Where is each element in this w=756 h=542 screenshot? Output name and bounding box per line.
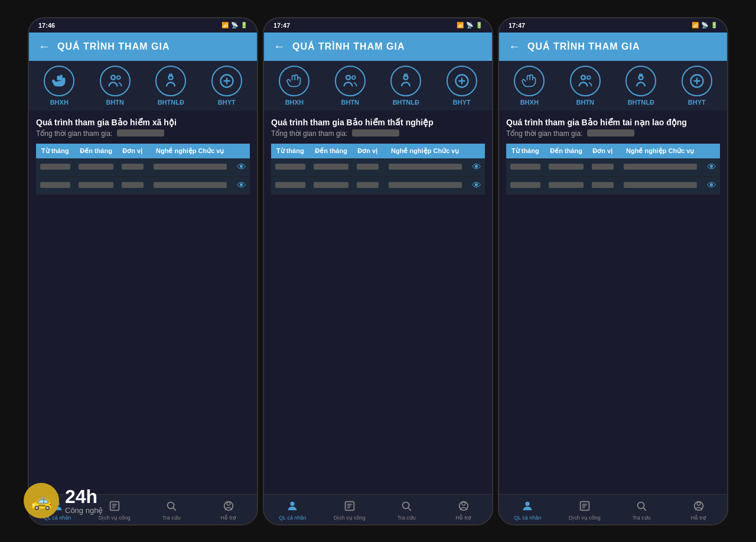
cell-profession-1-1 [147, 158, 233, 177]
cell-eye-2-1[interactable]: 👁 [468, 158, 485, 177]
tab-bhyt-1[interactable]: BHYT [199, 66, 255, 106]
cell-to-1-1 [74, 158, 118, 177]
nav-ho-tro-2[interactable]: Hỗ trợ [435, 498, 493, 521]
nav-label-dvc-3: Dịch vụ công [569, 515, 601, 521]
tab-bar-1: BHXH BHTN [29, 61, 257, 111]
col-from-2: Từ tháng [271, 144, 309, 158]
content-1: Quá trình tham gia Bảo hiểm xã hội Tổng … [29, 111, 257, 494]
col-profession-2: Nghề nghiệp Chức vụ [382, 144, 468, 158]
status-icons-1: 📶 📡 🔋 [221, 22, 247, 28]
col-unit-2: Đơn vị [353, 144, 382, 158]
nav-icon-service-2 [342, 498, 357, 514]
battery-icon-3: 🔋 [711, 22, 718, 28]
wifi-icon: 📡 [231, 22, 238, 28]
section-subtitle-1: Tổng thời gian tham gia: [36, 129, 250, 138]
tab-bhyt-2[interactable]: BHYT [434, 66, 490, 106]
data-table-3: Từ tháng Đến tháng Đơn vị Nghề nghiệp Ch… [506, 144, 720, 195]
tab-label-bhtnld-1: BHTNLĐ [158, 99, 184, 106]
col-from-3: Từ tháng [506, 144, 545, 158]
signal-icon-2: 📶 [457, 22, 464, 28]
svg-point-10 [346, 75, 350, 79]
section-subtitle-2: Tổng thời gian tham gia: [271, 129, 485, 138]
nav-icon-search-3 [634, 498, 649, 514]
status-bar-1: 17:46 📶 📡 🔋 [29, 18, 257, 33]
tab-icon-bhyt-2 [447, 66, 477, 96]
cell-profession-2-1 [382, 158, 468, 177]
svg-point-17 [403, 502, 409, 508]
eye-icon-2-2[interactable]: 👁 [472, 180, 481, 190]
header-2: ← QUÁ TRÌNH THAM GIA [264, 33, 492, 61]
worker-icon-3 [633, 73, 649, 89]
tab-label-bhxh-3: BHXH [520, 99, 539, 106]
svg-point-29 [697, 502, 700, 505]
tab-label-bhxh-2: BHXH [285, 99, 304, 106]
nav-icon-support-1 [221, 498, 236, 514]
worker-icon-1 [162, 73, 179, 89]
eye-icon-1-1[interactable]: 👁 [237, 162, 246, 172]
tab-label-bhyt-2: BHYT [453, 99, 471, 106]
nav-label-hotro-2: Hỗ trợ [456, 515, 472, 521]
nav-ql-ca-nhan-2[interactable]: QL cá nhân [264, 498, 321, 521]
tab-bhtnld-3[interactable]: BHTNLĐ [613, 66, 669, 106]
eye-icon-2-1[interactable]: 👁 [472, 162, 481, 172]
col-action-2 [468, 144, 485, 158]
tab-bhyt-3[interactable]: BHYT [669, 66, 725, 106]
hand-icon-2 [286, 73, 302, 89]
nav-ho-tro-1[interactable]: Hỗ trợ [200, 498, 258, 521]
tab-bhtn-1[interactable]: BHTN [87, 66, 144, 106]
nav-dich-vu-cong-3[interactable]: Dịch vụ công [556, 498, 614, 521]
col-unit-1: Đơn vị [118, 144, 147, 158]
status-icons-2: 📶 📡 🔋 [457, 22, 483, 28]
nav-tra-cuu-1[interactable]: Tra cứu [143, 498, 200, 521]
tab-bhxh-1[interactable]: BHXH [31, 66, 87, 106]
eye-icon-1-2[interactable]: 👁 [237, 180, 246, 190]
eye-icon-3-1[interactable]: 👁 [707, 162, 716, 172]
tab-icon-bhtnld-3 [625, 66, 656, 96]
cell-eye-1-2[interactable]: 👁 [233, 176, 250, 194]
back-button-2[interactable]: ← [273, 40, 285, 53]
header-1: ← QUÁ TRÌNH THAM GIA [29, 33, 257, 61]
cell-unit-1-2 [118, 176, 147, 194]
signal-icon: 📶 [221, 22, 229, 28]
cell-eye-3-2[interactable]: 👁 [703, 176, 720, 194]
col-from-1: Từ tháng [36, 144, 74, 158]
tab-label-bhyt-3: BHYT [688, 99, 706, 106]
nav-ql-ca-nhan-3[interactable]: QL cá nhân [499, 498, 556, 521]
back-button-3[interactable]: ← [509, 40, 520, 53]
table-row: 👁 [506, 158, 720, 177]
nav-dich-vu-cong-2[interactable]: Dịch vụ công [321, 498, 379, 521]
tab-bhtn-2[interactable]: BHTN [322, 66, 379, 106]
cell-eye-1-1[interactable]: 👁 [233, 158, 250, 177]
nav-label-tracuu-2: Tra cứu [397, 515, 416, 521]
tab-bhtn-3[interactable]: BHTN [558, 66, 614, 106]
group-icon-2 [342, 73, 359, 89]
tab-bhxh-3[interactable]: BHXH [501, 66, 558, 106]
tab-bhxh-2[interactable]: BHXH [266, 66, 322, 106]
cell-eye-2-2[interactable]: 👁 [468, 176, 485, 194]
eye-icon-3-2[interactable]: 👁 [707, 180, 716, 190]
cell-to-3-2 [545, 176, 588, 194]
hand-icon-1 [51, 73, 67, 89]
nav-icon-support-3 [691, 498, 706, 514]
watermark-text: 24h Công nghệ [65, 487, 103, 515]
tab-bhtnld-1[interactable]: BHTNLĐ [143, 66, 199, 106]
svg-point-1 [117, 76, 120, 79]
nav-tra-cuu-2[interactable]: Tra cứu [378, 498, 435, 521]
watermark-subtitle: Công nghệ [65, 506, 103, 515]
header-3: ← QUÁ TRÌNH THAM GIA [499, 33, 727, 61]
nav-label-tracuu-3: Tra cứu [633, 515, 651, 521]
tab-label-bhtnld-3: BHTNLĐ [628, 99, 654, 106]
col-unit-3: Đơn vị [588, 144, 617, 158]
table-row: 👁 [36, 176, 250, 194]
tab-bhtnld-2[interactable]: BHTNLĐ [378, 66, 434, 106]
nav-icon-profile-3 [520, 498, 535, 514]
cell-to-2-2 [309, 176, 353, 194]
nav-ho-tro-3[interactable]: Hỗ trợ [670, 498, 728, 521]
section-subtitle-3: Tổng thời gian tham gia: [506, 129, 720, 138]
back-button-1[interactable]: ← [38, 40, 50, 53]
cell-unit-1-1 [118, 158, 147, 177]
cell-to-2-1 [309, 158, 353, 177]
header-title-1: QUÁ TRÌNH THAM GIA [57, 41, 170, 52]
nav-tra-cuu-3[interactable]: Tra cứu [613, 498, 670, 521]
cell-eye-3-1[interactable]: 👁 [703, 158, 720, 177]
